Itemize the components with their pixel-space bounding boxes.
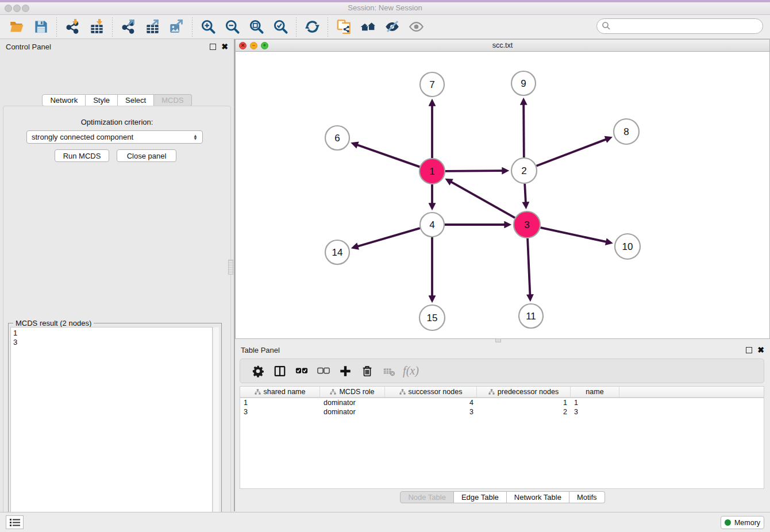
cell-MCDS-role: dominator: [320, 398, 385, 407]
delete-row-button[interactable]: [356, 361, 378, 381]
search-icon: [602, 21, 611, 30]
edge-2-9[interactable]: [523, 105, 524, 157]
function-builder-icon: f(x): [403, 364, 419, 377]
apply-layout-button[interactable]: [300, 17, 324, 37]
apply-layout-icon: [305, 19, 320, 34]
network-graph-canvas[interactable]: 7968124314101511: [236, 52, 769, 338]
export-table-button[interactable]: [140, 17, 164, 37]
clone-network-button[interactable]: [332, 17, 356, 37]
optimization-criterion-label: Optimization criterion:: [3, 118, 230, 126]
import-network-button[interactable]: [60, 17, 84, 37]
tab-mcds[interactable]: MCDS: [154, 94, 191, 106]
optimization-criterion-select[interactable]: strongly connected component ▲▼: [26, 130, 203, 144]
hide-selected-button[interactable]: [380, 17, 404, 37]
tab-node-table[interactable]: Node Table: [400, 491, 454, 503]
close-panel-button[interactable]: Close panel: [117, 149, 176, 162]
run-mcds-button[interactable]: Run MCDS: [55, 149, 109, 162]
zoom-fit-content-button[interactable]: [244, 17, 268, 37]
network-window-titlebar[interactable]: ✕ − + scc.txt: [236, 40, 769, 52]
status-bar: Memory: [0, 512, 770, 532]
tab-network-table[interactable]: Network Table: [507, 491, 569, 503]
show-all-button[interactable]: [404, 17, 428, 37]
import-table-button[interactable]: [84, 17, 109, 37]
search-input[interactable]: [596, 18, 763, 34]
column-header-shared-name[interactable]: shared name: [240, 387, 320, 397]
table-settings-icon: [252, 365, 264, 377]
edge-2-8[interactable]: [537, 140, 606, 166]
node-14-label: 14: [332, 247, 343, 258]
add-row-icon: [339, 365, 352, 377]
node-8-label: 8: [623, 126, 629, 137]
tab-style[interactable]: Style: [86, 94, 118, 106]
node-15-label: 15: [427, 313, 438, 323]
cyndex-browser-icon: [360, 19, 376, 34]
column-header-MCDS-role[interactable]: MCDS role: [320, 387, 385, 397]
optimization-criterion-value: strongly connected component: [32, 133, 133, 141]
export-image-button[interactable]: [164, 17, 188, 37]
node-2-label: 2: [521, 165, 526, 176]
cell-MCDS-role: dominator: [320, 407, 385, 417]
control-panel-title: Control Panel: [6, 43, 51, 51]
select-all-checkboxes-button[interactable]: [291, 361, 313, 381]
horizontal-splitter-grip[interactable]: [495, 338, 501, 342]
node-table[interactable]: shared nameMCDS rolesuccessor nodesprede…: [240, 386, 764, 489]
show-panels-button[interactable]: [6, 515, 24, 529]
export-network-icon: [121, 19, 136, 34]
mcds-result-text[interactable]: 1 3: [10, 327, 213, 532]
network-window-close-icon[interactable]: ✕: [239, 42, 247, 49]
toggle-columns-button[interactable]: [269, 361, 291, 381]
cell-predecessor-nodes: 2: [477, 407, 571, 417]
edge-3-10[interactable]: [541, 228, 606, 242]
column-header-successor-nodes[interactable]: successor nodes: [385, 387, 477, 397]
mcds-result-scrollbar[interactable]: [213, 327, 219, 532]
tab-select[interactable]: Select: [118, 94, 154, 106]
show-all-icon: [409, 19, 424, 34]
main-toolbar: [0, 15, 770, 39]
node-table-body: 1dominator4113dominator323: [240, 398, 764, 417]
control-panel: Control Panel ✖ NetworkStyleSelectMCDS O…: [0, 39, 234, 512]
column-header-name[interactable]: name: [571, 387, 619, 397]
edge-2-3[interactable]: [525, 184, 526, 202]
zoom-selected-button[interactable]: [268, 17, 292, 37]
node-7-label: 7: [429, 79, 434, 90]
hide-selected-icon: [384, 19, 400, 34]
memory-button[interactable]: Memory: [721, 516, 764, 529]
open-session-button[interactable]: [5, 17, 29, 37]
control-panel-float-icon[interactable]: [210, 44, 216, 50]
column-namespace-icon: [488, 389, 495, 395]
vertical-splitter-grip[interactable]: [228, 260, 233, 275]
tab-motifs[interactable]: Motifs: [569, 491, 605, 503]
tab-network[interactable]: Network: [42, 94, 86, 106]
zoom-out-button[interactable]: [220, 17, 244, 37]
delete-table-icon: [383, 365, 395, 377]
cyndex-browser-button[interactable]: [356, 17, 380, 37]
edge-3-11[interactable]: [528, 238, 530, 295]
add-row-button[interactable]: [334, 361, 356, 381]
deselect-all-checkboxes-button[interactable]: [313, 361, 334, 381]
select-all-checkboxes-icon: [295, 365, 308, 377]
toggle-columns-icon: [274, 365, 286, 377]
application-window: Session: New Session Control Panel ✖ Net…: [0, 0, 770, 532]
edge-1-6[interactable]: [357, 145, 419, 167]
export-network-button[interactable]: [116, 17, 140, 37]
cell-name: 3: [571, 407, 619, 417]
edge-3-1[interactable]: [451, 182, 515, 218]
network-window-minimize-icon[interactable]: −: [250, 42, 257, 49]
table-row[interactable]: 1dominator411: [240, 398, 764, 407]
edge-1-2[interactable]: [445, 171, 502, 171]
delete-table-button: [378, 361, 400, 381]
table-panel-float-icon[interactable]: [746, 347, 752, 353]
column-header-predecessor-nodes[interactable]: predecessor nodes: [477, 387, 571, 397]
control-panel-close-icon[interactable]: ✖: [221, 43, 228, 51]
tab-edge-table[interactable]: Edge Table: [454, 491, 507, 503]
save-session-button[interactable]: [29, 17, 53, 37]
chevron-updown-icon: ▲▼: [193, 134, 198, 140]
zoom-in-button[interactable]: [196, 17, 220, 37]
table-settings-button[interactable]: [247, 361, 269, 381]
table-row[interactable]: 3dominator323: [240, 407, 764, 417]
node-11-label: 11: [526, 311, 536, 322]
table-panel-close-icon[interactable]: ✖: [757, 346, 764, 354]
edge-4-14[interactable]: [358, 228, 420, 246]
mcds-pane: Optimization criterion: strongly connect…: [3, 106, 231, 532]
network-window-maximize-icon[interactable]: +: [261, 42, 268, 49]
